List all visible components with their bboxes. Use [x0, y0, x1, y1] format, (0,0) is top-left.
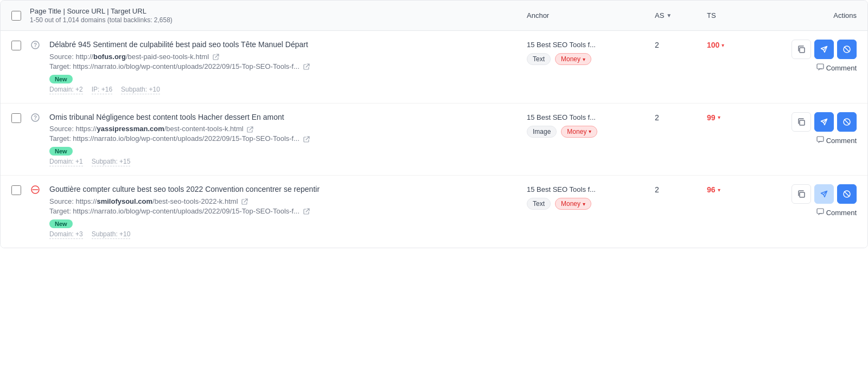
svg-rect-11	[800, 192, 805, 197]
send-button[interactable]	[814, 40, 834, 59]
table-header: Page Title | Source URL | Target URL 1-5…	[1, 1, 867, 31]
row-actions: Comment	[759, 184, 857, 217]
as-value: 2	[655, 40, 698, 49]
new-badge: New	[49, 147, 73, 156]
svg-rect-13	[817, 209, 824, 214]
svg-text:?: ?	[34, 115, 37, 121]
row-content: Omis tribunal Négligence best content to…	[49, 112, 518, 167]
action-buttons	[792, 184, 857, 204]
send-button-disabled[interactable]	[814, 184, 834, 204]
external-link-icon[interactable]	[303, 63, 310, 70]
row-badges: New	[49, 219, 518, 228]
anchor-text: 15 Best SEO Tools f...	[527, 185, 646, 193]
row-checkbox[interactable]	[11, 41, 21, 50]
row-stats: Domain: +1 Subpath: +15	[49, 158, 518, 166]
dropdown-arrow-icon: ▾	[589, 128, 591, 134]
external-link-icon[interactable]	[303, 136, 310, 143]
anchor-column-header: Anchor	[527, 11, 646, 20]
page-title: Gouttière compter culture best seo tools…	[49, 184, 518, 195]
ts-dropdown-icon[interactable]: ▾	[722, 42, 724, 48]
external-link-icon[interactable]	[247, 126, 253, 133]
ts-value: 96	[707, 185, 716, 194]
dropdown-arrow-icon: ▾	[583, 201, 585, 207]
block-button[interactable]	[837, 40, 857, 59]
anchor-tags: Text Money ▾	[527, 198, 646, 210]
money-tag[interactable]: Money ▾	[555, 198, 591, 210]
anchor-column: 15 Best SEO Tools f... Text Money ▾	[527, 40, 646, 65]
new-badge: New	[49, 219, 73, 228]
anchor-tags: Text Money ▾	[527, 53, 646, 65]
dropdown-arrow-icon: ▾	[583, 56, 585, 62]
text-tag[interactable]: Text	[527, 53, 551, 65]
anchor-tags: Image Money ▾	[527, 126, 646, 138]
domain-stat: Domain: +2	[49, 86, 83, 94]
ts-dropdown-icon[interactable]: ▾	[718, 114, 720, 120]
new-badge: New	[49, 75, 73, 83]
copy-button[interactable]	[792, 184, 811, 204]
send-button[interactable]	[814, 112, 834, 132]
page-title: Délabré 945 Sentiment de culpabilité bes…	[49, 40, 518, 50]
block-button[interactable]	[837, 112, 857, 132]
comment-button[interactable]: Comment	[816, 136, 857, 145]
row-stats: Domain: +2 IP: +16 Subpath: +10	[49, 86, 518, 94]
column-title-label: Page Title | Source URL | Target URL	[30, 7, 518, 15]
action-buttons	[792, 40, 857, 59]
comment-button[interactable]: Comment	[816, 208, 857, 217]
row-actions: Comment	[759, 40, 857, 73]
comment-button[interactable]: Comment	[816, 63, 857, 73]
comment-icon	[816, 63, 824, 73]
comment-icon	[816, 136, 824, 145]
action-buttons	[792, 112, 857, 132]
domain-stat: Domain: +3	[49, 230, 83, 239]
external-link-icon[interactable]	[303, 208, 310, 215]
anchor-column: 15 Best SEO Tools f... Image Money ▾	[527, 112, 646, 138]
text-tag[interactable]: Text	[527, 198, 551, 210]
actions-column-header: Actions	[759, 11, 857, 20]
subpath-stat: Subpath: +10	[92, 230, 131, 239]
external-link-icon[interactable]	[213, 54, 219, 60]
row-badges: New	[49, 147, 518, 156]
row-checkbox[interactable]	[11, 185, 21, 195]
as-column-header[interactable]: AS ▼	[655, 11, 698, 20]
image-tag[interactable]: Image	[527, 126, 557, 138]
target-url: Target: https://narrato.io/blog/wp-conte…	[49, 134, 518, 143]
table-row: ? Délabré 945 Sentiment de culpabilité b…	[1, 31, 867, 104]
row-stats: Domain: +3 Subpath: +10	[49, 230, 518, 239]
anchor-column: 15 Best SEO Tools f... Text Money ▾	[527, 184, 646, 210]
as-value: 2	[655, 112, 698, 122]
records-count: 1-50 out of 1,014 domains (total backlin…	[30, 16, 518, 24]
ts-column: 96 ▾	[707, 184, 750, 194]
svg-rect-7	[800, 120, 805, 125]
row-checkbox[interactable]	[11, 113, 21, 123]
source-url: Source: https://yassipressman.com/best-c…	[49, 125, 518, 133]
anchor-text: 15 Best SEO Tools f...	[527, 41, 646, 49]
select-all-checkbox[interactable]	[11, 11, 21, 21]
money-tag[interactable]: Money ▾	[561, 126, 597, 138]
title-column-header: Page Title | Source URL | Target URL 1-5…	[30, 7, 518, 24]
sort-arrow-icon: ▼	[666, 12, 672, 18]
as-value: 2	[655, 184, 698, 194]
backlinks-table: Page Title | Source URL | Target URL 1-5…	[0, 0, 868, 248]
svg-text:?: ?	[34, 42, 37, 48]
svg-rect-9	[817, 137, 824, 141]
money-tag[interactable]: Money ▾	[555, 53, 591, 65]
blocked-circle-icon	[30, 185, 41, 196]
question-circle-icon: ?	[30, 41, 41, 51]
ts-dropdown-icon[interactable]: ▾	[718, 187, 720, 193]
domain-stat: Domain: +1	[49, 158, 83, 166]
table-row: ? Omis tribunal Négligence best content …	[1, 104, 867, 176]
ip-stat: IP: +16	[92, 86, 112, 94]
anchor-text: 15 Best SEO Tools f...	[527, 113, 646, 121]
svg-rect-4	[817, 64, 824, 69]
external-link-icon[interactable]	[241, 198, 248, 205]
row-actions: Comment	[759, 112, 857, 145]
subpath-stat: Subpath: +10	[121, 86, 160, 94]
subpath-stat: Subpath: +15	[92, 158, 131, 166]
block-button[interactable]	[837, 184, 857, 204]
copy-button[interactable]	[792, 112, 811, 132]
row-content: Délabré 945 Sentiment de culpabilité bes…	[49, 40, 518, 94]
question-circle-icon: ?	[30, 113, 41, 124]
ts-column: 100 ▾	[707, 40, 750, 49]
ts-value: 99	[707, 113, 716, 122]
copy-button[interactable]	[792, 40, 811, 59]
